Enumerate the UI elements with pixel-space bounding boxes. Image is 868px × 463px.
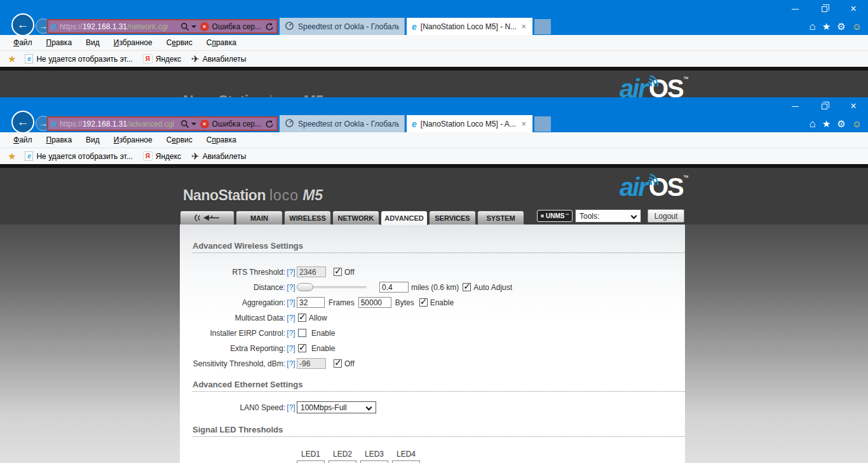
- help-link[interactable]: [?]: [285, 283, 297, 292]
- aggregation-bytes-input[interactable]: [358, 297, 391, 308]
- lan0-speed-select[interactable]: 100Mbps-Full: [297, 401, 376, 413]
- certificate-error-button[interactable]: × Ошибка сер...: [200, 120, 261, 128]
- nanostation-logo: NanoStationlocoM5: [183, 93, 323, 97]
- titlebar[interactable]: ×: [0, 97, 868, 115]
- address-bar[interactable]: e https://192.168.1.31/network.cgi × Оши…: [47, 19, 278, 34]
- minimize-button[interactable]: [780, 97, 810, 115]
- help-link[interactable]: [?]: [285, 329, 297, 338]
- tab-nanostation-active[interactable]: e [NanoStation Loco M5] - A... ×: [407, 115, 532, 132]
- restore-button[interactable]: [810, 0, 839, 18]
- help-link[interactable]: [?]: [285, 268, 297, 277]
- airos-nav-tabs: MAIN WIRELESS NETWORK ADVANCED SERVICES …: [180, 211, 524, 225]
- new-tab-button[interactable]: [534, 116, 551, 132]
- url-text[interactable]: https://192.168.1.31/network.cgi: [60, 22, 168, 31]
- led4-threshold-input[interactable]: [392, 460, 420, 463]
- url-text[interactable]: https://192.168.1.31/advanced.cgi: [60, 120, 174, 128]
- help-link[interactable]: [?]: [285, 403, 297, 412]
- certificate-error-button[interactable]: × Ошибка сер...: [200, 22, 261, 31]
- tab-advanced[interactable]: ADVANCED: [381, 211, 428, 225]
- feedback-smiley-icon[interactable]: ☺: [852, 119, 862, 128]
- search-dropdown-caret-icon[interactable]: [191, 25, 196, 28]
- feedback-smiley-icon[interactable]: ☺: [852, 22, 862, 31]
- tab-nanostation-active[interactable]: e [NanoStation Loco M5] - N... ×: [407, 18, 532, 35]
- tab-system[interactable]: SYSTEM: [477, 211, 524, 225]
- tools-select[interactable]: Tools:: [575, 209, 641, 223]
- favorite-item-avia[interactable]: ✈Авиабилеты: [186, 151, 251, 162]
- menu-file[interactable]: Файл: [6, 135, 39, 144]
- search-icon[interactable]: [180, 22, 189, 31]
- aggregation-enable-checkbox[interactable]: [419, 298, 428, 307]
- airos-logo: airOS™: [620, 173, 689, 202]
- rts-threshold-input[interactable]: [297, 266, 326, 277]
- add-favorite-icon[interactable]: ★: [8, 151, 16, 162]
- led3-threshold-input[interactable]: [360, 460, 388, 463]
- tab-wireless[interactable]: WIRELESS: [284, 211, 331, 225]
- tab-speedtest[interactable]: Speedtest от Ookla - Глобаль...: [280, 115, 405, 132]
- search-dropdown-caret-icon[interactable]: [191, 123, 196, 125]
- extra-reporting-checkbox[interactable]: [298, 344, 306, 352]
- led2-threshold-input[interactable]: [329, 460, 356, 463]
- aggregation-frames-input[interactable]: [297, 297, 325, 308]
- tab-ubiquiti-logo[interactable]: [180, 211, 234, 225]
- sensitivity-threshold-input[interactable]: [297, 358, 326, 369]
- distance-slider[interactable]: [297, 283, 367, 291]
- favorite-item-avia[interactable]: ✈Авиабилеты: [186, 53, 251, 65]
- menu-favorites[interactable]: Избранное: [107, 38, 159, 47]
- help-link[interactable]: [?]: [285, 344, 297, 353]
- tab-services[interactable]: SERVICES: [429, 211, 476, 225]
- logout-button[interactable]: Logout: [648, 209, 684, 223]
- navigation-bar: ← → e https://192.168.1.31/advanced.cgi …: [0, 115, 868, 132]
- address-bar[interactable]: e https://192.168.1.31/advanced.cgi × Ош…: [47, 116, 278, 131]
- led1-threshold-input[interactable]: [297, 460, 325, 463]
- favorite-item-yandex[interactable]: ЯЯндекс: [138, 54, 186, 64]
- menu-edit[interactable]: Правка: [39, 135, 79, 144]
- refresh-icon[interactable]: [265, 120, 274, 128]
- auto-adjust-checkbox[interactable]: [463, 283, 471, 291]
- unms-button[interactable]: UNMS™: [537, 210, 573, 222]
- menu-tools[interactable]: Сервис: [159, 135, 200, 144]
- sensitivity-off-checkbox[interactable]: [334, 359, 342, 368]
- airplane-icon: ✈: [191, 151, 200, 162]
- distance-input[interactable]: [379, 282, 409, 293]
- menu-view[interactable]: Вид: [79, 38, 107, 47]
- close-button[interactable]: ×: [839, 97, 868, 115]
- menu-file[interactable]: Файл: [6, 38, 39, 47]
- tab-network[interactable]: NETWORK: [332, 211, 379, 225]
- favorite-item-yandex[interactable]: ЯЯндекс: [138, 151, 186, 161]
- eirp-enable-checkbox[interactable]: [298, 329, 306, 337]
- menu-edit[interactable]: Правка: [39, 38, 79, 47]
- refresh-icon[interactable]: [265, 22, 274, 31]
- multicast-allow-checkbox[interactable]: [298, 314, 306, 322]
- minimize-button[interactable]: [780, 0, 810, 18]
- help-link[interactable]: [?]: [285, 359, 297, 368]
- home-icon[interactable]: ⌂: [809, 22, 815, 31]
- menu-tools[interactable]: Сервис: [159, 38, 200, 47]
- menu-view[interactable]: Вид: [79, 135, 107, 144]
- tab-main[interactable]: MAIN: [236, 211, 283, 225]
- menu-help[interactable]: Справка: [200, 135, 243, 144]
- tab-close-icon[interactable]: ×: [520, 119, 527, 128]
- menu-help[interactable]: Справка: [200, 38, 243, 47]
- restore-button[interactable]: [810, 97, 839, 115]
- settings-gear-icon[interactable]: ⚙: [837, 119, 845, 128]
- titlebar[interactable]: ×: [0, 0, 868, 18]
- close-button[interactable]: ×: [839, 0, 868, 18]
- search-icon[interactable]: [180, 120, 189, 128]
- back-button[interactable]: ←: [11, 111, 34, 134]
- favorite-item-page[interactable]: eНе удается отобразить эт...: [20, 54, 137, 64]
- menu-favorites[interactable]: Избранное: [107, 135, 159, 144]
- back-button[interactable]: ←: [11, 13, 34, 36]
- settings-gear-icon[interactable]: ⚙: [837, 22, 845, 31]
- favorites-star-icon[interactable]: ★: [822, 119, 831, 128]
- help-link[interactable]: [?]: [285, 298, 297, 307]
- favorite-item-page[interactable]: eНе удается отобразить эт...: [20, 151, 137, 161]
- favorites-star-icon[interactable]: ★: [822, 22, 831, 31]
- new-tab-button[interactable]: [534, 19, 551, 34]
- rts-off-checkbox[interactable]: [334, 268, 342, 276]
- tab-speedtest[interactable]: Speedtest от Ookla - Глобаль...: [280, 18, 405, 35]
- slider-thumb[interactable]: [297, 283, 313, 291]
- help-link[interactable]: [?]: [285, 314, 297, 322]
- tab-close-icon[interactable]: ×: [520, 22, 527, 31]
- home-icon[interactable]: ⌂: [809, 119, 815, 128]
- add-favorite-icon[interactable]: ★: [8, 53, 16, 65]
